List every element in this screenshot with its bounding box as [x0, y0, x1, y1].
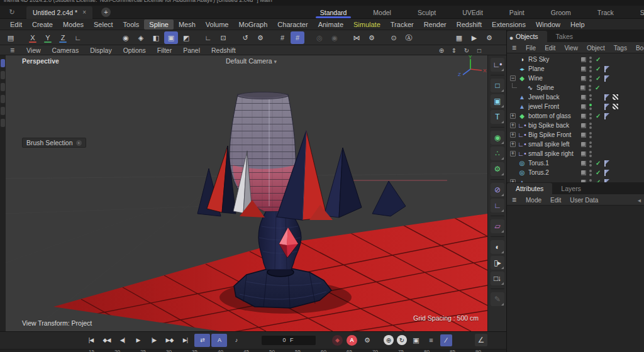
reload-icon[interactable]: ↻	[5, 8, 19, 16]
volume-builder-icon[interactable]: ⊘	[491, 183, 504, 197]
fcurve-mode-icon[interactable]: ∠	[475, 334, 487, 346]
object-row-small-spike-left[interactable]: +∟•small spike left	[507, 140, 644, 149]
planar-workplane-icon[interactable]: ⊡	[216, 31, 230, 44]
modeling-settings-icon[interactable]: ⚙	[253, 31, 267, 44]
objects-menu-edit[interactable]: Edit	[540, 44, 560, 52]
object-row-rs-sky[interactable]: ◑RS Sky✓	[507, 55, 644, 64]
attributes-menu-edit[interactable]: Edit	[546, 196, 565, 204]
attributes-menu-mode[interactable]: Mode	[521, 196, 546, 204]
tool-partial-icon[interactable]	[1, 83, 5, 91]
object-row-jewel-back[interactable]: ▲Jewel back	[507, 92, 644, 102]
enabled-check-icon[interactable]: ✓	[596, 113, 604, 119]
deformer-gear-icon[interactable]: ⚙	[491, 162, 504, 176]
stage-icon[interactable]: □↓	[491, 272, 504, 285]
menu-simulate[interactable]: Simulate	[348, 19, 386, 30]
phong-tag-icon[interactable]	[604, 179, 609, 183]
phong-tag-icon[interactable]	[604, 104, 609, 110]
play-button[interactable]: ▶	[130, 334, 146, 347]
tool-partial-icon[interactable]	[1, 119, 5, 127]
layer-chip[interactable]	[581, 170, 586, 175]
viewport-menu-view[interactable]: View	[21, 46, 47, 55]
layer-chip[interactable]	[581, 114, 586, 119]
layout-tab-paint[interactable]: Paint	[496, 6, 538, 19]
orbit-icon[interactable]: ↻	[462, 47, 471, 54]
object-row-big-spike-back[interactable]: +∟•big Spike back	[507, 121, 644, 130]
visibility-dots[interactable]	[589, 57, 592, 63]
generator-icon[interactable]: ◉	[491, 131, 504, 145]
menu-window[interactable]: Window	[531, 19, 565, 30]
x-axis-lock[interactable]: X	[26, 31, 40, 44]
expand-toggle-icon[interactable]: −	[510, 75, 516, 81]
layout-tab-standard[interactable]: Standard	[307, 6, 360, 19]
viewport-menu-redshift[interactable]: Redshift	[206, 46, 242, 55]
enabled-check-icon[interactable]: ✓	[596, 75, 604, 82]
object-row-big-spike-front[interactable]: +∟•Big Spike Front	[507, 130, 644, 140]
workplane-icon[interactable]: ∟	[201, 31, 215, 44]
phong-tag-icon[interactable]	[604, 160, 609, 167]
menu-volume[interactable]: Volume	[201, 19, 234, 30]
layout-tab-groom[interactable]: Groom	[538, 6, 584, 19]
menu-help[interactable]: Help	[565, 19, 590, 30]
layout-tab-uvedit[interactable]: UVEdit	[449, 6, 496, 19]
visibility-dots[interactable]	[589, 141, 592, 148]
text-spline-icon[interactable]: T	[491, 110, 504, 124]
snap-icon[interactable]: #	[291, 31, 304, 44]
record-button[interactable]: ◆	[332, 335, 343, 346]
layer-chip[interactable]	[581, 142, 586, 147]
objects-tab-takes[interactable]: Takes	[547, 31, 582, 42]
loop-toggle[interactable]: ⇄	[194, 334, 210, 347]
texture-mode-icon[interactable]: ◩	[179, 31, 193, 44]
layer-chip[interactable]	[581, 104, 586, 109]
dolly-icon[interactable]: ⇕	[450, 47, 458, 54]
visibility-dots[interactable]	[589, 151, 592, 157]
expand-toggle-icon[interactable]: +	[510, 132, 516, 138]
objects-menu-tags[interactable]: Tags	[609, 44, 631, 52]
attributes-tab-attributes[interactable]: Attributes	[507, 183, 552, 194]
visibility-dots[interactable]	[589, 170, 592, 176]
spline-pen-icon[interactable]: ∟•	[491, 58, 504, 72]
enabled-check-icon[interactable]: ✓	[596, 160, 604, 167]
layer-chip[interactable]	[581, 76, 586, 81]
enabled-check-icon[interactable]: ✓	[596, 169, 604, 176]
tool-partial-icon[interactable]	[1, 71, 5, 79]
sound-toggle[interactable]: ♪	[228, 334, 244, 347]
next-key-button[interactable]: ▶◆	[162, 334, 177, 347]
layer-chip[interactable]	[581, 95, 586, 100]
layout-tab-sc[interactable]: Sc	[627, 6, 644, 19]
reset-psr-icon[interactable]: ↺	[238, 31, 252, 44]
view-label[interactable]: Perspective	[22, 57, 59, 65]
record-scale-icon[interactable]: ▣	[410, 334, 422, 346]
add-tab-button[interactable]: +	[101, 8, 111, 17]
keyframe-bar-toggle[interactable]: A	[211, 334, 227, 347]
visibility-dots[interactable]	[589, 94, 592, 101]
symmetry-icon[interactable]: ⋈	[350, 31, 364, 44]
current-frame-field[interactable]: 0 F	[262, 336, 316, 345]
expand-toggle-icon[interactable]: +	[510, 113, 516, 119]
timeline-ruler[interactable]: 15202530354045505560657075808590	[0, 349, 506, 352]
layer-chip[interactable]	[581, 67, 586, 72]
object-row-bottom-of-glass[interactable]: +◆bottom of glass✓	[507, 111, 644, 121]
layer-chip[interactable]	[581, 57, 586, 62]
layer-chip[interactable]	[581, 151, 586, 157]
enabled-check-icon[interactable]: ✓	[596, 65, 604, 72]
prev-key-button[interactable]: ◆◀	[99, 334, 114, 347]
layout-tab-track[interactable]: Track	[584, 6, 627, 19]
y-axis-lock[interactable]: Y	[41, 31, 55, 44]
expand-toggle-icon[interactable]: +	[510, 141, 516, 147]
menu-select[interactable]: Select	[89, 19, 118, 30]
menu-tracker[interactable]: Tracker	[386, 19, 419, 30]
material-sphere-icon[interactable]: ●	[504, 31, 518, 44]
close-tab-icon[interactable]: ×	[82, 9, 86, 16]
prev-frame-button[interactable]: ◀|	[114, 334, 130, 347]
object-row-torus-1[interactable]: ◎Torus.1✓	[507, 158, 644, 168]
goto-end-button[interactable]: ▶|	[177, 334, 193, 347]
tweak-mode-icon[interactable]: ⚙	[365, 31, 379, 44]
render-view-icon[interactable]: ▦	[452, 31, 466, 44]
viewport-menu-options[interactable]: Options	[118, 46, 152, 55]
menu-animate[interactable]: Animate	[313, 19, 348, 30]
objects-menu-view[interactable]: View	[560, 44, 582, 52]
viewport-canvas[interactable]: Y X Z	[6, 55, 487, 331]
visibility-dots[interactable]	[589, 75, 592, 82]
object-row-plane[interactable]: ◆Plane✓	[507, 64, 644, 74]
visibility-dots[interactable]	[589, 160, 592, 167]
